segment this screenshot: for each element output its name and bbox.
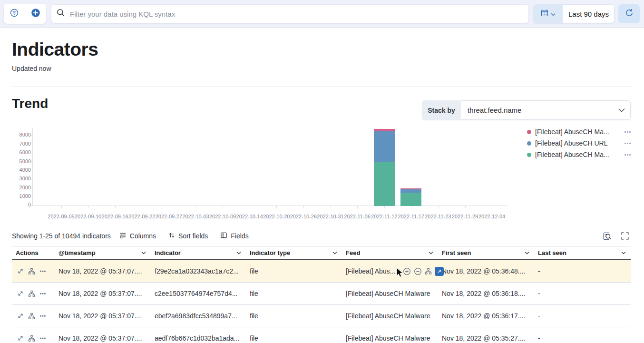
kql-search-bar xyxy=(51,4,529,23)
y-axis-tick-label: 3000 xyxy=(15,176,31,181)
refresh-button[interactable] xyxy=(618,4,640,23)
fields-button[interactable]: Fields xyxy=(220,232,248,240)
open-detail-icon[interactable] xyxy=(17,335,24,342)
stack-by-select[interactable]: Stack by threat.feed.name xyxy=(422,100,631,120)
indicator-type-cell: file xyxy=(246,283,342,304)
table-row: Nov 18, 2022 @ 05:37:07.... aedf76b667c1… xyxy=(12,327,631,343)
date-range-control: Last 90 days xyxy=(533,4,615,23)
investigate-in-timeline-icon[interactable] xyxy=(28,313,35,320)
row-actions-cell xyxy=(12,283,55,304)
legend-dot-blue xyxy=(527,141,531,146)
add-filter-button[interactable] xyxy=(25,4,46,24)
filter-for-icon[interactable] xyxy=(403,267,411,275)
inspect-icon[interactable] xyxy=(601,230,613,242)
legend-item[interactable]: [Filebeat] AbuseCH Ma... xyxy=(527,149,632,160)
expand-cell-icon[interactable] xyxy=(435,267,444,276)
column-header-last-seen[interactable]: Last seen xyxy=(534,246,631,259)
cell-hover-actions xyxy=(403,260,444,282)
sort-fields-label: Sort fields xyxy=(178,232,208,240)
toolbar-right-icons xyxy=(601,230,631,242)
legend-item[interactable]: [Filebeat] AbuseCH URL xyxy=(527,137,632,149)
feed-cell: [Filebeat] AbuseCH Malware xyxy=(342,283,438,304)
column-header-first-seen[interactable]: First seen xyxy=(438,246,534,259)
open-detail-icon[interactable] xyxy=(17,268,24,274)
indicators-page: Last 90 days Indicators Updated now Tren… xyxy=(0,0,644,343)
kql-filter-input[interactable] xyxy=(70,10,523,18)
saved-query-menu-button[interactable] xyxy=(4,4,25,24)
time-range-button[interactable]: Last 90 days xyxy=(563,4,615,23)
indicator-type-cell: file xyxy=(246,327,342,343)
table-row: Nov 18, 2022 @ 05:37:07.... f29e2ca1a032… xyxy=(12,260,631,283)
column-header-feed[interactable]: Feed xyxy=(342,246,438,259)
filter-out-icon[interactable] xyxy=(414,267,422,275)
x-axis-tick-label: 2022-12-04 xyxy=(473,214,511,219)
bar-segment xyxy=(374,131,395,162)
investigate-in-timeline-icon[interactable] xyxy=(28,290,35,297)
bar-segment xyxy=(400,189,421,192)
chevron-down-icon xyxy=(621,251,626,255)
refresh-icon xyxy=(625,9,634,19)
table-row: Nov 18, 2022 @ 05:37:07.... ebef2a6983df… xyxy=(12,305,631,327)
column-header-indicator-type[interactable]: Indicator type xyxy=(246,246,342,259)
chevron-down-icon xyxy=(525,251,529,255)
y-axis-tick-label: 4000 xyxy=(15,167,31,173)
indicator-cell: f29e2ca1a032343ac1a7c2... xyxy=(151,260,246,282)
first-seen-cell: Nov 18, 2022 @ 05:36:18.... xyxy=(438,283,534,304)
legend-more-actions-icon[interactable] xyxy=(624,153,632,157)
timestamp-cell: Nov 18, 2022 @ 05:37:07.... xyxy=(55,260,151,282)
search-icon xyxy=(57,9,65,19)
legend-more-actions-icon[interactable] xyxy=(624,142,632,145)
column-header-indicator[interactable]: Indicator xyxy=(151,246,246,259)
fullscreen-icon[interactable] xyxy=(619,230,631,242)
investigate-in-timeline-icon[interactable] xyxy=(28,268,35,275)
indicator-cell: c2ee15037764974e757d4... xyxy=(151,283,246,304)
y-axis-tick-label: 5000 xyxy=(15,158,31,164)
timestamp-cell: Nov 18, 2022 @ 05:37:07.... xyxy=(55,327,151,343)
more-actions-icon[interactable] xyxy=(39,290,46,297)
fields-label: Fields xyxy=(231,232,248,240)
y-axis-tick-label: 6000 xyxy=(15,149,31,155)
sort-fields-button[interactable]: Sort fields xyxy=(168,232,208,240)
feed-cell: [Filebeat] AbuseCH Malware xyxy=(342,327,438,343)
open-detail-icon[interactable] xyxy=(17,290,24,297)
columns-button[interactable]: Columns xyxy=(119,232,156,240)
stack-by-label: Stack by xyxy=(422,100,461,120)
last-seen-cell: - xyxy=(534,283,631,304)
timestamp-cell: Nov 18, 2022 @ 05:37:07.... xyxy=(55,283,151,304)
updated-status: Updated now xyxy=(12,65,51,72)
trend-section-title: Trend xyxy=(12,96,48,111)
legend-label: [Filebeat] AbuseCH Ma... xyxy=(535,128,620,136)
more-actions-icon[interactable] xyxy=(39,268,46,274)
time-range-label: Last 90 days xyxy=(568,10,609,18)
legend-item[interactable]: [Filebeat] AbuseCH Ma... xyxy=(527,126,632,137)
first-seen-cell: Nov 18, 2022 @ 05:36:17.... xyxy=(438,305,534,327)
first-seen-cell: Nov 18, 2022 @ 05:36:48.... xyxy=(438,260,534,282)
investigate-in-timeline-icon[interactable] xyxy=(28,335,35,342)
row-actions-cell xyxy=(12,327,55,343)
chevron-down-icon xyxy=(618,100,631,120)
date-quick-select-button[interactable] xyxy=(533,4,563,23)
chevron-down-icon xyxy=(551,10,556,18)
showing-count: Showing 1-25 of 10494 indicators xyxy=(12,232,111,240)
column-header-timestamp[interactable]: @timestamp xyxy=(55,246,151,259)
chart-plot-area: 0100020003000400050006000700080002022-09… xyxy=(32,128,507,206)
feed-cell: [Filebeat] AbuseCH Malware xyxy=(342,305,438,327)
columns-label: Columns xyxy=(130,232,156,240)
add-to-timeline-icon[interactable] xyxy=(425,268,432,275)
open-detail-icon[interactable] xyxy=(17,313,24,319)
last-seen-cell: - xyxy=(534,305,631,327)
query-menu-group xyxy=(4,4,46,24)
chevron-down-icon xyxy=(332,251,337,255)
indicator-cell: aedf76b667c1d032ba1ada... xyxy=(151,327,246,343)
page-title: Indicators xyxy=(12,39,98,60)
legend-more-actions-icon[interactable] xyxy=(624,130,632,134)
table-header-row: Actions @timestamp Indicator Indicator t… xyxy=(12,246,631,260)
more-actions-icon[interactable] xyxy=(39,335,46,342)
column-header-actions: Actions xyxy=(12,246,55,259)
chart-legend: [Filebeat] AbuseCH Ma... [Filebeat] Abus… xyxy=(527,126,632,160)
more-actions-icon[interactable] xyxy=(39,313,46,319)
chevron-down-icon xyxy=(429,251,433,255)
columns-icon xyxy=(119,232,127,240)
chevron-down-icon xyxy=(236,251,241,255)
indicators-table: Actions @timestamp Indicator Indicator t… xyxy=(12,246,631,343)
